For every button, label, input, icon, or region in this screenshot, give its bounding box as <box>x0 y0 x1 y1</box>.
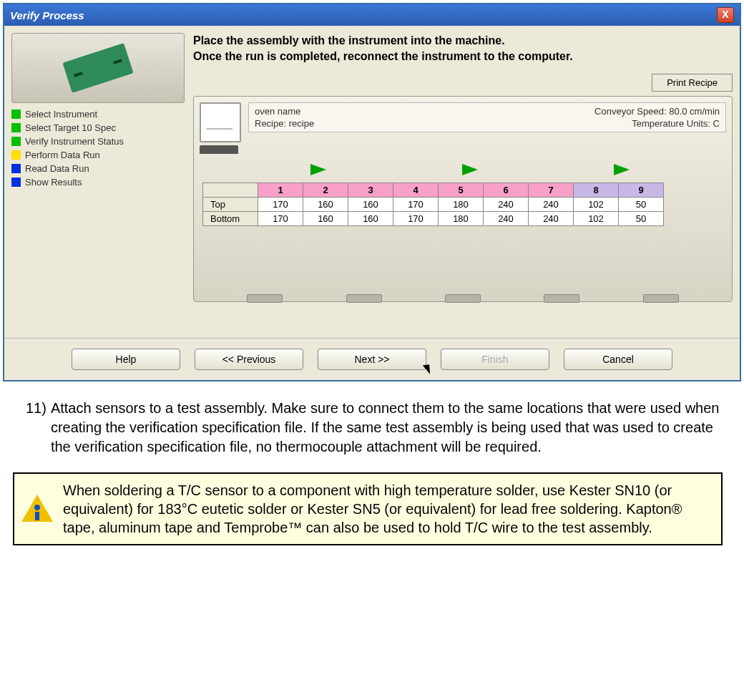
right-column: Place the assembly with the instrument i… <box>193 33 733 302</box>
oven-meta: oven name Conveyor Speed: 80.0 cm/min Re… <box>248 102 726 132</box>
oven-leg-icon <box>643 294 679 303</box>
arrows-row <box>243 164 698 175</box>
zone-cell: 102 <box>574 198 619 212</box>
zone-cell: 170 <box>258 198 303 212</box>
step-item: Select Target 10 Spec <box>11 121 183 135</box>
step-status-icon <box>11 178 21 187</box>
zone-header-cell: 1 <box>258 183 303 198</box>
oven-leg-icon <box>346 294 382 303</box>
zone-header-row: 123456789 <box>203 183 664 198</box>
list-item-number: 11) <box>26 399 46 457</box>
recipe-value: recipe <box>289 118 314 129</box>
instruction-line-1: Place the assembly with the instrument i… <box>193 34 505 47</box>
zone-cell: 160 <box>303 212 348 226</box>
dialog-body: Select InstrumentSelect Target 10 SpecVe… <box>4 26 740 309</box>
pcb-icon <box>62 43 133 93</box>
step-label: Verify Instrument Status <box>25 136 124 147</box>
recipe-label: Recipe: <box>255 118 286 129</box>
button-row: Help << Previous Next >> Finish Cancel <box>4 338 740 380</box>
recipe-block: Recipe: recipe <box>255 118 314 129</box>
left-column: Select InstrumentSelect Target 10 SpecVe… <box>11 33 183 302</box>
step-status-icon <box>11 110 21 119</box>
zone-cell: 240 <box>529 212 574 226</box>
temp-units-value: C <box>713 118 720 129</box>
step-item: Read Data Run <box>11 162 183 175</box>
step-status-icon <box>11 123 21 132</box>
zone-cell: 160 <box>348 212 393 226</box>
zone-header-blank <box>203 183 258 198</box>
temp-units-label: Temperature Units: <box>632 118 710 129</box>
close-button[interactable]: X <box>717 7 734 23</box>
step-item: Show Results <box>11 175 183 189</box>
oven-header: oven name Conveyor Speed: 80.0 cm/min Re… <box>200 102 726 154</box>
zone-header-cell: 3 <box>348 183 393 198</box>
zone-header-cell: 4 <box>393 183 439 198</box>
instruction-text: Place the assembly with the instrument i… <box>193 33 733 64</box>
titlebar: Verify Process X <box>4 4 740 26</box>
help-button[interactable]: Help <box>72 349 180 370</box>
zone-cell: 170 <box>393 212 439 226</box>
step-status-icon <box>11 137 21 146</box>
previous-button[interactable]: << Previous <box>195 349 303 370</box>
info-text: When soldering a T/C sensor to a compone… <box>63 481 710 537</box>
document-text-area: 11) Attach sensors to a test assembly. M… <box>0 384 744 464</box>
arrow-icon <box>462 164 478 175</box>
conveyor-units: cm/min <box>690 106 720 117</box>
oven-leg-icon <box>247 294 283 303</box>
zone-cell: 102 <box>574 212 619 226</box>
step-label: Read Data Run <box>25 163 89 174</box>
zone-cell: 240 <box>484 212 529 226</box>
step-item: Perform Data Run <box>11 148 183 162</box>
step-label: Select Instrument <box>25 109 97 120</box>
finish-button: Finish <box>441 349 549 370</box>
zone-cell: 240 <box>529 198 574 212</box>
zone-cell: 170 <box>393 198 439 212</box>
zone-header-cell: 5 <box>439 183 484 198</box>
zone-top-row: Top17016016017018024024010250 <box>203 198 664 212</box>
info-callout: When soldering a T/C sensor to a compone… <box>13 472 723 545</box>
thumbnail-image <box>11 33 185 103</box>
keyboard-icon <box>200 145 238 154</box>
instruction-line-2: Once the run is completed, reconnect the… <box>193 50 573 62</box>
info-icon <box>21 493 53 525</box>
zone-header-cell: 6 <box>484 183 529 198</box>
oven-panel: oven name Conveyor Speed: 80.0 cm/min Re… <box>193 96 733 302</box>
step-status-icon <box>11 150 21 160</box>
zone-cell: 50 <box>619 212 664 226</box>
zone-cell: 160 <box>303 198 348 212</box>
zone-cell: 180 <box>439 198 484 212</box>
oven-name-label: oven name <box>255 106 300 117</box>
conveyor-value: 80.0 <box>669 106 687 117</box>
oven-leg-icon <box>445 294 481 303</box>
cancel-button[interactable]: Cancel <box>564 349 672 370</box>
zone-bottom-row: Bottom17016016017018024024010250 <box>203 212 664 226</box>
zone-header-cell: 7 <box>529 183 574 198</box>
monitor-block <box>200 102 241 154</box>
conveyor-label: Conveyor Speed: <box>594 106 666 117</box>
arrow-icon <box>310 164 326 175</box>
zone-table: 123456789 Top17016016017018024024010250 … <box>202 183 664 226</box>
step-item: Verify Instrument Status <box>11 135 183 148</box>
zone-cell: 170 <box>258 212 303 226</box>
arrow-icon <box>614 164 630 175</box>
verify-process-dialog: Verify Process X Select InstrumentSelect… <box>3 3 741 381</box>
step-status-icon <box>11 164 21 173</box>
step-label: Select Target 10 Spec <box>25 122 116 133</box>
zone-cell: 160 <box>348 198 393 212</box>
conveyor-block: Conveyor Speed: 80.0 cm/min <box>594 106 720 117</box>
print-recipe-button[interactable]: Print Recipe <box>652 74 733 92</box>
oven-leg-icon <box>544 294 579 303</box>
window-title: Verify Process <box>10 9 84 21</box>
zone-row-label: Top <box>203 198 258 212</box>
zone-header-cell: 2 <box>303 183 348 198</box>
list-item-text: Attach sensors to a test assembly. Make … <box>51 399 723 457</box>
print-row: Print Recipe <box>193 74 733 92</box>
oven-legs <box>194 294 732 304</box>
step-item: Select Instrument <box>11 107 183 121</box>
step-list: Select InstrumentSelect Target 10 SpecVe… <box>11 107 183 189</box>
step-label: Perform Data Run <box>25 150 100 160</box>
zone-header-cell: 8 <box>574 183 619 198</box>
next-button[interactable]: Next >> <box>318 349 426 370</box>
zone-header-cell: 9 <box>619 183 664 198</box>
zone-cell: 180 <box>439 212 484 226</box>
